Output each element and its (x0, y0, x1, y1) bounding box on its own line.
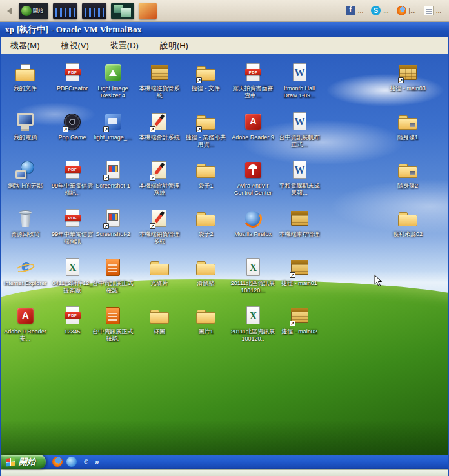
desktop[interactable]: 我的文件PDFCreatorLight Image Resizer 4本機端進貨… (1, 54, 448, 455)
computer-icon (14, 111, 36, 133)
desktop-icon[interactable]: 露天拍賣書面審查申... (230, 62, 275, 99)
desktop-icon-label: 隨身碟2 (397, 183, 418, 190)
host-top-bar: 開始 ......[...... (0, 0, 449, 22)
desktop-icon[interactable]: 本機端庫存管理 (277, 208, 322, 238)
desktop-icon[interactable]: Avira AntiVir Control Center (230, 159, 275, 196)
vbox-status-bar (1, 469, 448, 476)
back-button[interactable] (4, 3, 14, 19)
shortcut-arrow-icon: ↗ (290, 272, 295, 278)
desktop-icon[interactable]: 我的電腦 (3, 111, 48, 141)
desktop-icon[interactable]: ↗Screenshot-2 (90, 208, 135, 238)
window-title: xp [執行中] - Oracle VM VirtualBox (5, 24, 142, 35)
firefox-quicklaunch-icon[interactable] (52, 457, 63, 467)
desktop-icon[interactable]: 隨身碟2 (385, 159, 430, 190)
desktop-icon[interactable]: 袋子1 (183, 159, 228, 190)
desktop-icon[interactable]: ↗捷徑 - main02 (277, 305, 322, 335)
desktop-icon[interactable]: 99年中華電信雲端簡訊 (50, 208, 95, 244)
desktop-icon[interactable]: 光碟片 (137, 257, 182, 287)
start-button[interactable]: 開始 (1, 455, 46, 469)
desktop-icon[interactable]: 台中資訊展帆布正式... (277, 111, 322, 148)
desktop-icon-label: 光碟片 (151, 280, 168, 287)
desktop-icon-label: Pop Game (58, 134, 86, 141)
desktop-icon[interactable]: ↗捷徑 - main03 (385, 62, 430, 92)
menu-item-3[interactable]: 說明(H) (154, 38, 195, 54)
desktop-icon[interactable]: Itmonth Hall Draw 1-89... (277, 62, 322, 99)
desktop-icon[interactable]: Mozilla Firefox (230, 208, 275, 238)
vbox-titlebar[interactable]: xp [執行中] - Oracle VM VirtualBox (0, 22, 449, 37)
desktop-icon[interactable]: 台中資訊展正式確認. (90, 257, 135, 293)
ie-quicklaunch-icon[interactable] (81, 457, 91, 467)
desktop-icon[interactable]: 20111北區資訊展100120... (230, 257, 275, 293)
desktop-icon[interactable]: ↗Screenshot-1 (90, 159, 135, 190)
pdf-icon (61, 305, 83, 327)
desktop-icon[interactable]: ↗本機端會計系統 (137, 111, 182, 141)
desktop-icon[interactable]: ↗本機端會計管理系統 (137, 159, 182, 196)
desktop-icon-label: 我的電腦 (14, 134, 37, 141)
mydocs-icon (14, 62, 36, 84)
desktop-icon-label: 20111北區資訊展100120.. (230, 328, 275, 342)
quicklaunch-chevron[interactable]: » (95, 457, 99, 466)
desktop-icon-label: 我的文件 (14, 85, 37, 92)
desktop-icon[interactable]: 20111北區資訊展100120.. (230, 305, 275, 342)
desktop-icon-label: Screenshot-2 (95, 231, 130, 238)
menu-item-2[interactable]: 裝置(D) (104, 38, 145, 54)
desktop-icon-label: Light Image Resizer 4 (90, 85, 135, 99)
excel-icon (242, 257, 264, 279)
desktop-icon[interactable]: Adobe 9 Reader 安... (3, 305, 48, 342)
desktop-icon-label: 露天拍賣書面審查申... (230, 85, 275, 99)
host-item-firefox[interactable]: [... (397, 6, 416, 15)
desktop-icon[interactable]: Internet Explorer (3, 257, 48, 287)
desktop-icon-label: 台中資訊展帆布正式... (277, 134, 322, 148)
desktop-icon[interactable]: ↗本機端銷貨管理系統 (137, 208, 182, 244)
desktop-icon[interactable]: Adobe Reader 9 (230, 111, 275, 141)
desktop-icon[interactable]: 獲利來源02 (385, 208, 430, 238)
desktop-icon-label: 捷徑 - 業務部共用資... (183, 134, 228, 148)
screens-thumbnail[interactable] (111, 3, 134, 19)
screen: 開始 ......[...... xp [執行中] - Oracle VM Vi… (0, 0, 449, 476)
desktop-icon[interactable]: 資源回收筒 (3, 208, 48, 238)
host-item-facebook[interactable]: ... (346, 6, 363, 15)
desktop-icon-label: 本機端會計系統 (139, 134, 180, 141)
host-item-document[interactable]: ... (424, 6, 441, 15)
photo-thumbnail[interactable] (139, 3, 157, 19)
desktop-icon[interactable]: ↗light_image_... (90, 111, 135, 141)
globe-quicklaunch-icon[interactable] (66, 457, 77, 467)
desktop-icon[interactable]: 圖片1 (183, 305, 228, 335)
equalizer-thumbnail[interactable] (82, 3, 106, 19)
desktop-icon[interactable]: 12345 (50, 305, 95, 335)
desktop-icon[interactable]: 杯圖 (137, 305, 182, 335)
host-item-skype[interactable]: ... (371, 6, 388, 15)
desktop-icon[interactable]: ↗捷徑 - main01 (277, 257, 322, 287)
desktop-icon[interactable]: PDFCreator (50, 62, 95, 92)
desktop-icon[interactable]: Light Image Resizer 4 (90, 62, 135, 99)
desktop-icon[interactable]: 0411+2附件12_提案廠 (50, 257, 95, 293)
desktop-icon[interactable]: 袋子2 (183, 208, 228, 238)
desktop-icon[interactable]: 本機端進貨管系統 (137, 62, 182, 99)
equalizer-thumbnail[interactable] (53, 3, 77, 19)
shortcut-arrow-icon: ↗ (103, 126, 109, 132)
shortcut-arrow-icon: ↗ (398, 77, 404, 83)
word-icon (288, 159, 310, 181)
desktop-icon[interactable]: 隨身碟1 (385, 111, 430, 141)
desktop-icon[interactable]: 網路上的芳鄰 (3, 159, 48, 190)
desktop-icon[interactable]: ↗捷徑 - 業務部共用資... (183, 111, 228, 148)
adobe-icon (242, 111, 264, 133)
menu-item-1[interactable]: 檢視(V) (55, 38, 95, 54)
start-orb-thumbnail[interactable]: 開始 (19, 3, 48, 19)
desktop-icon-label: 捷徑 - main03 (390, 85, 426, 92)
firefox-icon (242, 208, 264, 230)
shortcut-arrow-icon: ↗ (290, 321, 295, 326)
desktop-icon[interactable]: 台中資訊展正式確認. (90, 305, 135, 342)
desktop-icon[interactable]: ↗Pop Game (50, 111, 95, 141)
back-arrow-icon (7, 8, 12, 14)
ledger-icon (288, 208, 310, 230)
menu-item-0[interactable]: 機器(M) (4, 38, 46, 54)
excel-icon (242, 305, 264, 327)
desktop-icon[interactable]: 我的文件 (3, 62, 48, 92)
desktop-icon[interactable]: ↗捷徑 - 文件 (183, 62, 228, 92)
desktop-icon[interactable]: 滑鼠墊 (183, 257, 228, 287)
folder-icon (195, 159, 217, 181)
folder-icon (195, 208, 217, 230)
desktop-icon[interactable]: 99年中華電信雲端訊.. (50, 159, 95, 196)
desktop-icon[interactable]: 平和電腦期末成果報... (277, 159, 322, 196)
